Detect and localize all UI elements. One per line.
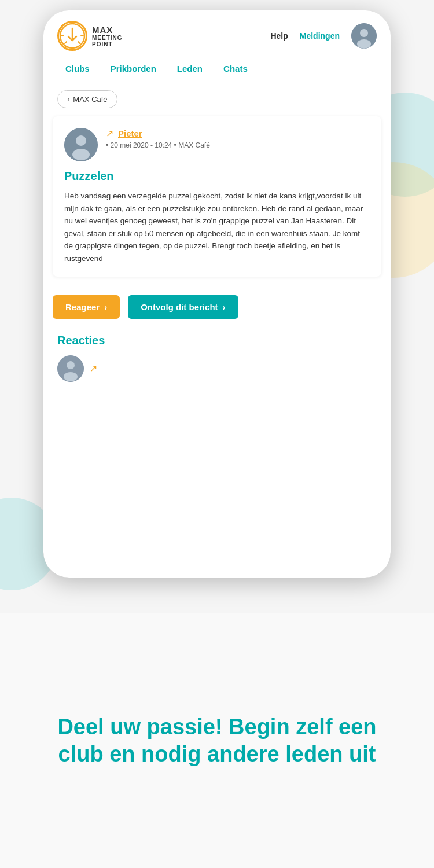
cta-text: Deel uw passie! Begin zelf een club en n… bbox=[46, 713, 388, 768]
reactions-title: Reacties bbox=[57, 334, 377, 347]
svg-line-2 bbox=[65, 42, 67, 43]
user-avatar-header[interactable] bbox=[351, 23, 377, 49]
user-avatar-icon bbox=[351, 23, 377, 49]
breadcrumb-back[interactable]: ‹ MAX Café bbox=[57, 90, 117, 108]
post-card: ↗ Pieter • 20 mei 2020 - 10:24 • MAX Caf… bbox=[53, 116, 381, 277]
breadcrumb-bar: ‹ MAX Café bbox=[43, 82, 391, 116]
chevron-right-icon: › bbox=[104, 302, 107, 312]
svg-point-10 bbox=[76, 135, 86, 146]
svg-point-13 bbox=[67, 361, 75, 369]
svg-point-14 bbox=[64, 372, 78, 381]
meldingen-link[interactable]: Meldingen bbox=[300, 31, 340, 41]
chevron-left-icon: ‹ bbox=[67, 95, 69, 104]
logo-max: MAX bbox=[92, 25, 123, 35]
chevron-right-icon-2: › bbox=[223, 302, 226, 312]
help-link[interactable]: Help bbox=[270, 31, 288, 41]
phone-frame: MAX MEETING POINT Help Meldingen bbox=[43, 10, 391, 578]
app-header: MAX MEETING POINT Help Meldingen bbox=[43, 10, 391, 57]
reactions-section: Reacties ↗ bbox=[43, 328, 391, 391]
author-name[interactable]: Pieter bbox=[118, 128, 142, 138]
logo-text: MAX MEETING POINT bbox=[92, 25, 123, 47]
post-title: Puzzelen bbox=[64, 170, 370, 183]
author-avatar bbox=[64, 128, 98, 161]
tab-clubs[interactable]: Clubs bbox=[55, 57, 100, 82]
redirect-icon-reaction: ↗ bbox=[90, 363, 97, 374]
svg-line-3 bbox=[78, 42, 80, 43]
author-info: ↗ Pieter • 20 mei 2020 - 10:24 • MAX Caf… bbox=[106, 128, 210, 149]
tab-chats[interactable]: Chats bbox=[213, 57, 258, 82]
reaction-avatar-icon bbox=[57, 355, 84, 382]
nav-tabs: Clubs Prikborden Leden Chats bbox=[43, 57, 391, 82]
logo-icon bbox=[59, 23, 86, 49]
phone-screen: MAX MEETING POINT Help Meldingen bbox=[43, 10, 391, 578]
svg-point-11 bbox=[72, 149, 90, 160]
logo-circle bbox=[57, 21, 87, 51]
tab-leden[interactable]: Leden bbox=[167, 57, 213, 82]
breadcrumb-label: MAX Café bbox=[73, 95, 107, 104]
svg-point-7 bbox=[360, 29, 368, 37]
author-avatar-icon bbox=[64, 128, 98, 161]
redirect-icon: ↗ bbox=[106, 128, 113, 139]
logo-point: POINT bbox=[92, 41, 123, 47]
logo: MAX MEETING POINT bbox=[57, 21, 123, 51]
author-name-row: ↗ Pieter bbox=[106, 128, 210, 139]
ontvolg-button[interactable]: Ontvolg dit bericht › bbox=[128, 295, 238, 319]
svg-point-8 bbox=[357, 39, 371, 49]
header-nav: Help Meldingen bbox=[270, 23, 377, 49]
reaction-avatar bbox=[57, 355, 84, 382]
reageer-button[interactable]: Reageer › bbox=[53, 295, 120, 319]
bottom-cta-section: Deel uw passie! Begin zelf een club en n… bbox=[0, 613, 434, 868]
author-meta: • 20 mei 2020 - 10:24 • MAX Café bbox=[106, 141, 210, 149]
post-author-row: ↗ Pieter • 20 mei 2020 - 10:24 • MAX Caf… bbox=[64, 128, 370, 161]
reaction-preview: ↗ bbox=[57, 355, 377, 382]
action-buttons: Reageer › Ontvolg dit bericht › bbox=[43, 286, 391, 328]
post-body: Heb vandaag een verzegelde puzzel gekoch… bbox=[64, 190, 370, 265]
tab-prikborden[interactable]: Prikborden bbox=[100, 57, 167, 82]
logo-meeting: MEETING bbox=[92, 35, 123, 41]
